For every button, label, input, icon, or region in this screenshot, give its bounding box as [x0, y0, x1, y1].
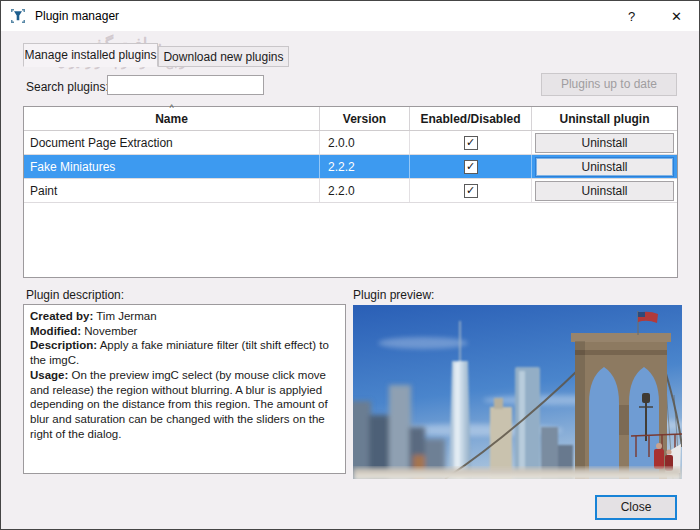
table-row-document-page-extraction[interactable]: Document Page Extraction 2.0.0 ✓ Uninsta…	[24, 131, 677, 155]
window-close-button[interactable]: ✕	[654, 1, 699, 31]
uninstall-button[interactable]: Uninstall	[535, 181, 674, 201]
plugin-name: Paint	[24, 179, 320, 202]
plugin-description-box: Created by: Tim Jerman Modified: Novembe…	[23, 304, 346, 474]
table-header: ^ Name Version Enabled/Disabled Uninstal…	[24, 107, 677, 131]
search-plugins-input[interactable]	[107, 75, 264, 95]
description-field: Description: Apply a fake miniature filt…	[30, 338, 339, 367]
description-field: Usage: On the preview imgC select (by mo…	[30, 368, 339, 442]
tab-manage-installed-plugins[interactable]: Manage installed plugins	[23, 43, 158, 67]
plugin-preview-label: Plugin preview:	[353, 288, 434, 302]
plugins-up-to-date-button: Plugins up to date	[541, 73, 677, 96]
plugin-manager-dialog: Plugin manager ? ✕ سافت گذر مرجع دانلود …	[0, 0, 700, 530]
column-header-enabled[interactable]: Enabled/Disabled	[410, 107, 532, 130]
window-title: Plugin manager	[35, 9, 119, 23]
title-bar: Plugin manager ? ✕	[1, 1, 699, 31]
enabled-checkbox[interactable]: ✓	[464, 136, 478, 150]
plugin-version: 2.0.0	[320, 131, 410, 154]
plugin-name: Fake Miniatures	[24, 155, 320, 178]
sort-ascending-icon: ^	[169, 104, 173, 113]
close-button[interactable]: Close	[595, 495, 677, 520]
tab-download-new-plugins[interactable]: Download new plugins	[158, 46, 289, 67]
column-header-name[interactable]: ^ Name	[24, 107, 320, 130]
table-row-paint[interactable]: Paint 2.2.0 ✓ Uninstall	[24, 179, 677, 203]
app-icon	[10, 8, 26, 24]
column-header-uninstall[interactable]: Uninstall plugin	[532, 107, 677, 130]
plugin-description-label: Plugin description:	[26, 288, 124, 302]
plugin-preview-image	[353, 305, 682, 479]
search-plugins-label: Search plugins:	[26, 80, 109, 94]
plugin-version: 2.2.0	[320, 179, 410, 202]
uninstall-button[interactable]: Uninstall	[535, 133, 674, 153]
description-field: Modified: November	[30, 324, 339, 339]
table-row-fake-miniatures[interactable]: Fake Miniatures 2.2.2 ✓ Uninstall	[24, 155, 677, 179]
column-header-version[interactable]: Version	[320, 107, 410, 130]
walkway	[353, 468, 682, 479]
enabled-checkbox[interactable]: ✓	[464, 184, 478, 198]
plugin-version: 2.2.2	[320, 155, 410, 178]
plugin-name: Document Page Extraction	[24, 131, 320, 154]
description-field: Created by: Tim Jerman	[30, 309, 339, 324]
plugins-table: ^ Name Version Enabled/Disabled Uninstal…	[23, 106, 678, 278]
uninstall-button[interactable]: Uninstall	[535, 157, 674, 177]
help-button[interactable]: ?	[609, 1, 654, 31]
enabled-checkbox[interactable]: ✓	[464, 160, 478, 174]
